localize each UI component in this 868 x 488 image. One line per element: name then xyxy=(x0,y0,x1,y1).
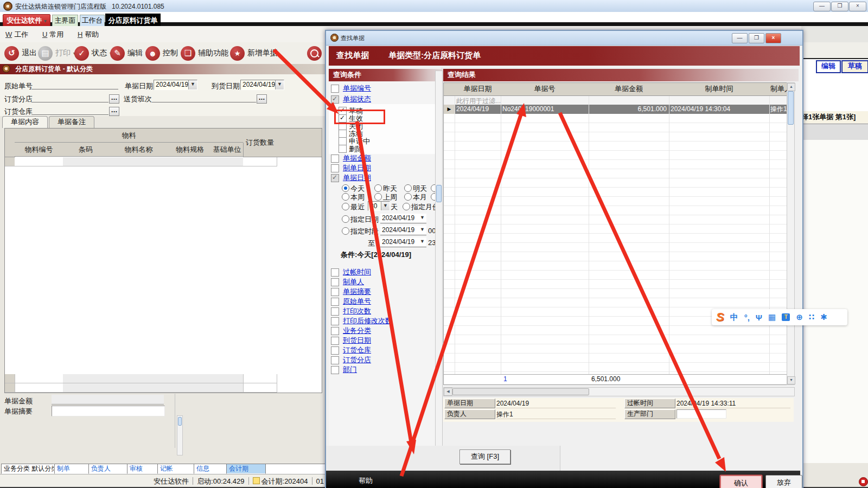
grid-cell[interactable] xyxy=(63,157,109,166)
column-header[interactable]: 物料规格 xyxy=(169,143,212,157)
close-button[interactable]: × xyxy=(849,2,866,11)
grid-cell[interactable] xyxy=(169,383,212,393)
tab-home[interactable]: 主界面 xyxy=(52,15,78,27)
recent-days-select[interactable]: 30▼ xyxy=(368,201,390,211)
grid-cell[interactable] xyxy=(243,374,277,383)
find-document-button[interactable] xyxy=(307,44,322,62)
ime-toolbar[interactable]: S 中 °, Ψ ▦ T ⊕ ∷ ✱ xyxy=(712,309,847,325)
tab-workbench[interactable]: 工作台 xyxy=(80,15,105,27)
grid-cell[interactable] xyxy=(211,157,244,166)
radio-tomorrow[interactable] xyxy=(404,184,412,192)
chevron-down-icon[interactable]: ▼ xyxy=(418,214,426,223)
radio-specified-month[interactable] xyxy=(403,203,410,210)
edit-button[interactable]: 编辑 xyxy=(110,44,148,62)
minimize-button[interactable]: — xyxy=(813,2,831,11)
radio-this-month[interactable] xyxy=(404,193,412,201)
grid-cell[interactable] xyxy=(15,157,63,166)
dialog-titlebar[interactable]: 查找单据 — ❐ × xyxy=(326,31,802,46)
keyboard-icon[interactable]: ▦ xyxy=(768,312,776,322)
column-header[interactable]: 单据金额 xyxy=(589,83,669,96)
order-branch-link[interactable]: 订货分店 xyxy=(343,355,371,365)
row-selector-cell[interactable] xyxy=(5,374,15,383)
business-category-checkbox[interactable] xyxy=(331,327,339,335)
department-link[interactable]: 部门 xyxy=(343,365,357,375)
doc-status-link[interactable]: 单据状态 xyxy=(343,94,371,104)
control-button[interactable]: 控制 xyxy=(145,44,183,62)
doc-summary-checkbox[interactable] xyxy=(331,288,339,296)
tray-icon[interactable] xyxy=(859,477,868,486)
grid-cell[interactable] xyxy=(63,383,109,393)
status-button[interactable]: 状态 xyxy=(74,44,112,62)
modified-after-print-link[interactable]: 打印后修改次数 xyxy=(343,316,392,326)
print-count-checkbox[interactable] xyxy=(331,307,339,316)
dialog-minimize-button[interactable]: — xyxy=(732,33,748,43)
doc-date-select[interactable]: 2024/04/19▼ xyxy=(154,80,197,90)
app-menu-button[interactable]: 安仕达软件 xyxy=(3,14,50,27)
grid-cell[interactable] xyxy=(108,157,169,166)
cancel-button[interactable]: 放弃 xyxy=(765,475,802,488)
post-time-link[interactable]: 过帐时间 xyxy=(343,267,371,277)
chevron-down-icon[interactable]: ▼ xyxy=(418,237,426,247)
chevron-down-icon[interactable]: ▼ xyxy=(275,80,284,89)
grid-icon[interactable]: ∷ xyxy=(809,312,814,322)
footer-scrollbar[interactable] xyxy=(177,415,183,455)
row-selector-cell[interactable] xyxy=(5,157,15,166)
grid-cell[interactable] xyxy=(169,374,212,383)
range-to-date-select[interactable]: 2024/04/19▼ xyxy=(380,237,426,247)
shift-input[interactable] xyxy=(152,94,256,102)
arrive-date-checkbox[interactable] xyxy=(331,337,339,345)
menu-help[interactable]: H帮助 xyxy=(78,30,99,40)
grid-cell[interactable] xyxy=(15,374,63,383)
order-warehouse-link[interactable]: 订货仓库 xyxy=(343,345,371,355)
warehouse-browse-button[interactable] xyxy=(109,107,119,116)
column-header[interactable]: 单据号 xyxy=(501,83,589,96)
column-header[interactable]: 物料编号 xyxy=(15,143,63,157)
tab-doc-remark[interactable]: 单据备注 xyxy=(49,116,94,128)
restore-button[interactable]: ❐ xyxy=(831,2,848,11)
row-selector-cell[interactable] xyxy=(5,383,15,393)
specified-date-select[interactable]: 2024/04/19▼ xyxy=(380,214,426,223)
column-header[interactable]: 条码 xyxy=(63,143,109,157)
arrive-date-link[interactable]: 到货日期 xyxy=(343,336,371,345)
filter-row[interactable]: 此行用于过滤... xyxy=(444,96,787,105)
original-no-input[interactable] xyxy=(31,81,118,89)
radio-yesterday[interactable] xyxy=(374,184,382,192)
radio-specified-range[interactable] xyxy=(342,227,349,235)
help-button[interactable]: 帮助 xyxy=(359,476,373,486)
column-header[interactable]: 物料名称 xyxy=(108,143,169,157)
department-checkbox[interactable] xyxy=(331,366,339,374)
segment-info[interactable]: 信息 xyxy=(194,464,227,474)
side-edit-button[interactable]: 编辑 xyxy=(816,60,841,73)
scroll-up-arrow[interactable]: ▲ xyxy=(787,83,795,91)
order-branch-checkbox[interactable] xyxy=(331,356,339,364)
grid-cell[interactable] xyxy=(243,157,277,166)
ime-punctuation-icon[interactable]: °, xyxy=(744,313,750,322)
scrollbar-thumb[interactable] xyxy=(178,417,182,426)
maker-link[interactable]: 制单人 xyxy=(343,277,364,287)
aux-functions-button[interactable]: 辅助功能 xyxy=(181,44,234,62)
amount-checkbox[interactable] xyxy=(331,155,339,163)
modified-after-print-checkbox[interactable] xyxy=(331,317,339,325)
branch-browse-button[interactable] xyxy=(109,94,119,104)
toolbox-icon[interactable]: ⊕ xyxy=(796,312,803,322)
segment-owner[interactable]: 负责人 xyxy=(88,464,127,474)
make-date-checkbox[interactable] xyxy=(331,164,339,172)
shift-browse-button[interactable] xyxy=(257,94,267,104)
column-header[interactable]: 单据日期 xyxy=(455,83,501,96)
amount-link[interactable]: 单据金额 xyxy=(343,153,371,163)
warehouse-input[interactable] xyxy=(31,106,108,115)
print-button[interactable]: 打印 xyxy=(38,44,76,62)
radio-recent[interactable] xyxy=(342,203,349,210)
post-time-checkbox[interactable] xyxy=(331,268,339,277)
column-header[interactable]: 制单时间 xyxy=(669,83,770,96)
dialog-close-button[interactable]: × xyxy=(765,33,781,43)
skin-icon[interactable]: T xyxy=(782,313,790,321)
results-empty-rows[interactable] xyxy=(444,114,787,375)
scrollbar-thumb[interactable] xyxy=(436,185,442,202)
status-effective-checkbox[interactable] xyxy=(339,114,347,123)
dialog-maximize-button[interactable]: ❐ xyxy=(749,33,764,43)
qty-column-header[interactable]: 订货数量 xyxy=(243,129,277,157)
gear-icon[interactable]: ✱ xyxy=(820,312,827,322)
print-count-link[interactable]: 打印次数 xyxy=(343,306,371,316)
radio-specified-date[interactable] xyxy=(342,215,349,223)
